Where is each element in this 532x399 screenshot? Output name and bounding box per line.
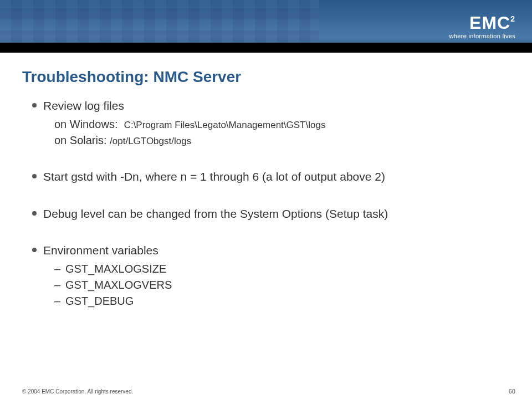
page-number: 60 <box>509 388 515 395</box>
logo-tagline: where information lives <box>449 33 515 39</box>
bullet-review-logs: Review log files on Windows: C:\Program … <box>32 98 510 148</box>
bullet-debug-level: Debug level can be changed from the Syst… <box>32 206 510 222</box>
env-var-list: GST_MAXLOGSIZE GST_MAXLOGVERS GST_DEBUG <box>43 262 510 309</box>
sub-list-logpaths: on Windows: C:\Program Files\Legato\Mana… <box>43 117 510 148</box>
sub-windows: on Windows: C:\Program Files\Legato\Mana… <box>54 117 510 132</box>
sub-path: /opt/LGTObgst/logs <box>110 136 191 146</box>
bullet-env-vars: Environment variables GST_MAXLOGSIZE GST… <box>32 243 510 309</box>
bullet-text: Review log files <box>43 99 124 112</box>
bullet-text: Debug level can be changed from the Syst… <box>43 207 388 220</box>
logo-block: EMC2 where information lives <box>449 14 515 39</box>
env-var-item: GST_MAXLOGSIZE <box>54 262 510 277</box>
sub-path: C:\Program Files\Legato\Management\GST\l… <box>124 120 326 130</box>
sub-label: on Solaris: <box>54 134 107 146</box>
slide-footer: © 2004 EMC Corporation. All rights reser… <box>0 388 532 395</box>
env-var-item: GST_DEBUG <box>54 294 510 309</box>
sub-label: on Windows: <box>54 118 118 130</box>
slide-content: Troubleshooting: NMC Server Review log f… <box>0 53 532 309</box>
bullet-start-gstd: Start gstd with -Dn, where n = 1 through… <box>32 169 510 185</box>
logo-name: EMC <box>469 13 510 33</box>
slide-title: Troubleshooting: NMC Server <box>22 68 510 86</box>
bullet-list: Review log files on Windows: C:\Program … <box>22 98 510 309</box>
env-var-item: GST_MAXLOGVERS <box>54 278 510 293</box>
slide-header: EMC2 where information lives <box>0 0 532 53</box>
copyright-text: © 2004 EMC Corporation. All rights reser… <box>22 388 133 395</box>
header-black-bar <box>0 43 532 53</box>
sub-solaris: on Solaris: /opt/LGTObgst/logs <box>54 133 510 148</box>
bullet-text: Start gstd with -Dn, where n = 1 through… <box>43 170 385 183</box>
bullet-text: Environment variables <box>43 244 158 257</box>
logo-text: EMC2 <box>449 14 515 32</box>
logo-exponent: 2 <box>510 14 515 23</box>
